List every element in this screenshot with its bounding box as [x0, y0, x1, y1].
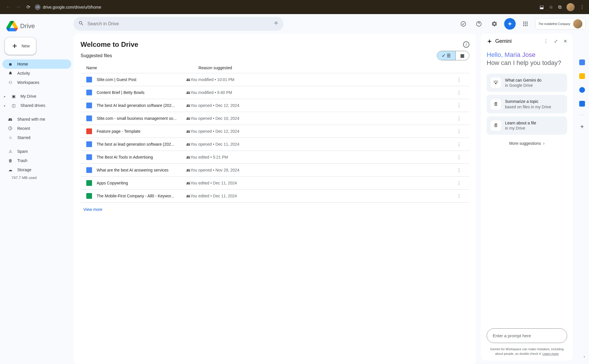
file-row[interactable]: Feature page - Template 👥︎ You opened • … [81, 125, 469, 138]
sidebar-item-workspaces[interactable]: ⚇Workspaces [2, 78, 71, 87]
file-row[interactable]: Slite.com | Guest Post 👥︎ You modified •… [81, 73, 469, 86]
file-more-icon[interactable]: ⋮ [454, 90, 464, 95]
contacts-icon[interactable] [579, 101, 585, 107]
file-type-icon [86, 90, 92, 95]
file-row[interactable]: The Mobile-First Company - Allô - Keywor… [81, 190, 469, 203]
svg-point-9 [525, 25, 526, 26]
file-row[interactable]: Slite.com - small business management so… [81, 112, 469, 125]
search-box[interactable] [74, 17, 284, 31]
file-more-icon[interactable]: ⋮ [454, 129, 464, 134]
home-icon: 🏠︎ [7, 62, 13, 66]
file-row[interactable]: Apps Copywriting 👥︎ You edited • Dec 11,… [81, 177, 469, 190]
file-type-icon [86, 77, 92, 82]
file-row[interactable]: Content Brief | Betty Bowls 👥︎ You modif… [81, 86, 469, 99]
forward-icon[interactable]: → [14, 3, 22, 11]
gemini-close-icon[interactable]: ✕ [563, 38, 567, 44]
file-reason: You edited • Dec 11, 2024 [190, 194, 454, 198]
search-input[interactable] [87, 21, 270, 26]
drive-logo-icon [6, 21, 18, 31]
sidebar-item-trash[interactable]: 🗑︎Trash [2, 156, 71, 165]
bookmark-icon[interactable]: ☆ [549, 4, 553, 10]
company-chip[interactable]: The mobilefirst Company [535, 18, 586, 30]
browser-menu-icon[interactable]: ⋮ [580, 4, 584, 10]
url-bar[interactable]: ⊶ drive.google.com/drive/u/0/home [35, 4, 101, 10]
site-info-icon[interactable]: ⊶ [35, 4, 41, 10]
clock-icon: 🕒︎ [7, 126, 13, 131]
col-name[interactable]: Name [86, 66, 198, 70]
file-more-icon[interactable]: ⋮ [454, 193, 464, 199]
gemini-expand-icon[interactable]: ⤢ [554, 38, 558, 44]
sidebar-item-recent[interactable]: 🕒︎Recent [2, 124, 71, 133]
gemini-suggestion[interactable]: 📄︎ Summarize a topicbased on files in my… [487, 95, 567, 113]
prompt-input[interactable]: Enter a prompt here [487, 328, 567, 343]
apps-icon[interactable] [520, 18, 531, 30]
keep-icon[interactable] [579, 73, 585, 79]
sidebar-item-sharedwithme[interactable]: 👥︎Shared with me [2, 115, 71, 124]
gemini-suggestion[interactable]: 💡︎ What can Gemini doin Google Drive [487, 74, 567, 92]
settings-icon[interactable] [489, 18, 500, 30]
help-icon[interactable] [473, 18, 485, 30]
file-name: The Best AI Tools in Advertising [97, 155, 183, 159]
file-name: The best ai lead generation software (20… [97, 142, 183, 147]
shared-icon: 👥︎ [186, 155, 190, 159]
svg-point-8 [523, 25, 524, 26]
file-row[interactable]: The best ai lead generation software (20… [81, 138, 469, 151]
sidebar-item-spam[interactable]: ⚠︎Spam [2, 147, 71, 156]
extensions-icon[interactable]: ⧉ [558, 5, 561, 10]
file-reason: You modified • 9:40 PM [190, 90, 454, 95]
sidebar-item-starred[interactable]: ☆Starred [2, 133, 71, 142]
back-icon[interactable]: ← [5, 3, 12, 11]
file-row[interactable]: What are the best AI answering services … [81, 164, 469, 177]
sidebar-item-shareddrives[interactable]: ◫Shared drives [2, 101, 71, 110]
add-addon-icon[interactable]: + [580, 123, 584, 130]
file-more-icon[interactable]: ⋮ [454, 77, 464, 82]
sidebar-item-home[interactable]: 🏠︎Home [2, 59, 71, 69]
sidebar-item-storage[interactable]: ☁︎Storage [2, 165, 71, 174]
sidebar-item-activity[interactable]: 🔔︎Activity [2, 69, 71, 78]
suggested-title: Suggested files [81, 53, 112, 58]
svg-point-4 [527, 22, 528, 23]
storage-used-text: 747.7 MB used [2, 174, 71, 181]
file-more-icon[interactable]: ⋮ [454, 155, 464, 160]
svg-point-6 [525, 23, 526, 24]
user-avatar[interactable] [573, 19, 582, 28]
gemini-suggestion[interactable]: 📄︎ Learn about a filein my Drive [487, 116, 567, 135]
file-type-icon [86, 128, 92, 134]
gemini-menu-icon[interactable]: ⋮ [544, 38, 548, 44]
list-view-button[interactable]: ✓ ☰ [437, 51, 455, 60]
reload-icon[interactable]: ⟳ [26, 4, 30, 10]
gemini-button[interactable] [504, 18, 516, 30]
shared-icon: 👥︎ [186, 142, 190, 147]
learn-more-link[interactable]: Learn more [542, 352, 559, 355]
mydrive-icon: ▣ [11, 94, 16, 99]
view-more-link[interactable]: View more [81, 203, 105, 213]
rail-separator [579, 115, 585, 115]
offline-icon[interactable] [458, 18, 469, 30]
browser-profile-avatar[interactable] [567, 3, 575, 11]
new-button[interactable]: New [5, 37, 36, 55]
grid-view-button[interactable]: ▦ [455, 51, 469, 60]
hide-panel-icon[interactable]: › [584, 354, 585, 359]
more-suggestions[interactable]: More suggestions › [487, 138, 567, 149]
right-rail: + [575, 34, 589, 364]
info-icon[interactable]: i [463, 41, 469, 48]
svg-point-2 [523, 22, 524, 23]
drive-logo-row[interactable]: Drive [2, 16, 71, 37]
file-more-icon[interactable]: ⋮ [454, 142, 464, 147]
file-more-icon[interactable]: ⋮ [454, 103, 464, 108]
drive-text: Drive [20, 22, 35, 30]
col-reason[interactable]: Reason suggested [198, 66, 464, 70]
file-more-icon[interactable]: ⋮ [454, 180, 464, 186]
file-row[interactable]: The Best AI Tools in Advertising 👥︎ You … [81, 151, 469, 164]
file-more-icon[interactable]: ⋮ [454, 116, 464, 121]
tasks-icon[interactable] [579, 87, 585, 93]
file-row[interactable]: The best AI lead generation software (20… [81, 99, 469, 112]
view-toggle: ✓ ☰ ▦ [437, 51, 469, 60]
sidebar-item-mydrive[interactable]: ▣My Drive [2, 92, 71, 101]
install-app-icon[interactable]: ⬓ [540, 4, 544, 10]
search-options-icon[interactable] [273, 20, 279, 27]
url-text: drive.google.com/drive/u/0/home [43, 5, 101, 9]
cloud-icon: ☁︎ [7, 167, 13, 172]
calendar-icon[interactable] [579, 59, 585, 65]
file-more-icon[interactable]: ⋮ [454, 167, 464, 173]
